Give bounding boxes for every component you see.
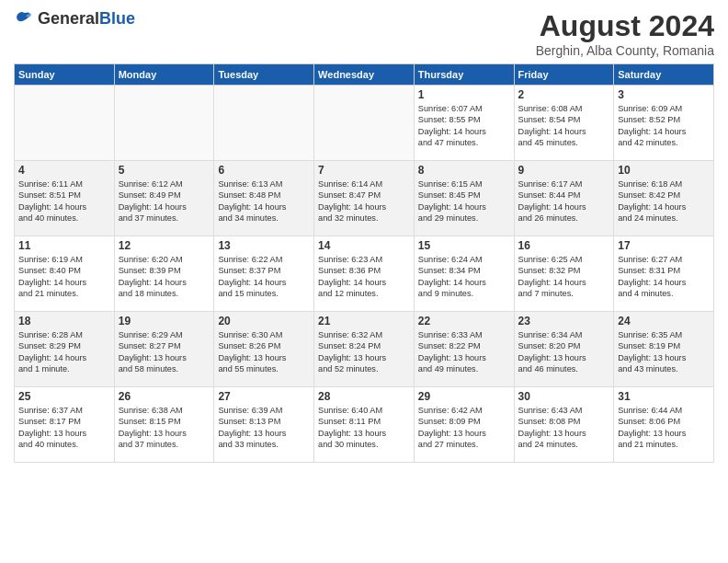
day-number: 30 [518, 390, 610, 403]
calendar-cell: 25Sunrise: 6:37 AMSunset: 8:17 PMDayligh… [15, 387, 115, 463]
calendar-cell: 28Sunrise: 6:40 AMSunset: 8:11 PMDayligh… [314, 387, 415, 463]
day-info: Sunrise: 6:29 AMSunset: 8:27 PMDaylight:… [119, 329, 210, 375]
calendar-cell: 9Sunrise: 6:17 AMSunset: 8:44 PMDaylight… [514, 161, 614, 236]
day-info: Sunrise: 6:27 AMSunset: 8:31 PMDaylight:… [618, 254, 710, 300]
col-header-friday: Friday [514, 64, 614, 86]
day-number: 7 [318, 164, 410, 177]
calendar-cell [15, 86, 115, 161]
day-number: 10 [618, 164, 710, 177]
calendar-cell: 15Sunrise: 6:24 AMSunset: 8:34 PMDayligh… [414, 236, 514, 312]
day-info: Sunrise: 6:14 AMSunset: 8:47 PMDaylight:… [318, 178, 410, 224]
col-header-monday: Monday [114, 64, 214, 86]
calendar-cell: 14Sunrise: 6:23 AMSunset: 8:36 PMDayligh… [314, 236, 415, 312]
logo-text: General Blue [38, 10, 135, 29]
day-info: Sunrise: 6:38 AMSunset: 8:15 PMDaylight:… [119, 405, 210, 451]
day-info: Sunrise: 6:08 AMSunset: 8:54 PMDaylight:… [518, 103, 610, 149]
day-info: Sunrise: 6:32 AMSunset: 8:24 PMDaylight:… [318, 329, 410, 375]
calendar-cell: 17Sunrise: 6:27 AMSunset: 8:31 PMDayligh… [614, 236, 714, 312]
day-info: Sunrise: 6:39 AMSunset: 8:13 PMDaylight:… [218, 405, 310, 451]
day-info: Sunrise: 6:25 AMSunset: 8:32 PMDaylight:… [518, 254, 610, 300]
day-number: 28 [318, 390, 410, 403]
day-number: 1 [418, 88, 510, 101]
day-info: Sunrise: 6:40 AMSunset: 8:11 PMDaylight:… [318, 405, 410, 451]
calendar-cell: 24Sunrise: 6:35 AMSunset: 8:19 PMDayligh… [614, 312, 714, 387]
week-row-4: 18Sunrise: 6:28 AMSunset: 8:29 PMDayligh… [15, 312, 714, 387]
calendar-cell: 5Sunrise: 6:12 AMSunset: 8:49 PMDaylight… [114, 161, 214, 236]
day-number: 17 [618, 239, 710, 252]
day-info: Sunrise: 6:12 AMSunset: 8:49 PMDaylight:… [119, 178, 210, 224]
day-info: Sunrise: 6:44 AMSunset: 8:06 PMDaylight:… [618, 405, 710, 451]
day-info: Sunrise: 6:13 AMSunset: 8:48 PMDaylight:… [218, 178, 310, 224]
day-info: Sunrise: 6:18 AMSunset: 8:42 PMDaylight:… [618, 178, 710, 224]
day-number: 6 [218, 164, 310, 177]
day-number: 4 [18, 164, 110, 177]
calendar-cell: 22Sunrise: 6:33 AMSunset: 8:22 PMDayligh… [414, 312, 514, 387]
day-info: Sunrise: 6:11 AMSunset: 8:51 PMDaylight:… [18, 178, 110, 224]
calendar-cell: 3Sunrise: 6:09 AMSunset: 8:52 PMDaylight… [614, 86, 714, 161]
day-info: Sunrise: 6:22 AMSunset: 8:37 PMDaylight:… [218, 254, 310, 300]
calendar-cell: 31Sunrise: 6:44 AMSunset: 8:06 PMDayligh… [614, 387, 714, 463]
col-header-wednesday: Wednesday [314, 64, 415, 86]
week-row-5: 25Sunrise: 6:37 AMSunset: 8:17 PMDayligh… [15, 387, 714, 463]
day-number: 12 [119, 239, 210, 252]
calendar-cell: 19Sunrise: 6:29 AMSunset: 8:27 PMDayligh… [114, 312, 214, 387]
week-row-2: 4Sunrise: 6:11 AMSunset: 8:51 PMDaylight… [15, 161, 714, 236]
col-header-saturday: Saturday [614, 64, 714, 86]
day-info: Sunrise: 6:42 AMSunset: 8:09 PMDaylight:… [418, 405, 510, 451]
day-info: Sunrise: 6:37 AMSunset: 8:17 PMDaylight:… [18, 405, 110, 451]
calendar-cell: 18Sunrise: 6:28 AMSunset: 8:29 PMDayligh… [15, 312, 115, 387]
day-info: Sunrise: 6:09 AMSunset: 8:52 PMDaylight:… [618, 103, 710, 149]
day-number: 9 [518, 164, 610, 177]
logo-bird-icon [14, 9, 34, 29]
logo-blue: Blue [99, 10, 135, 29]
day-number: 16 [518, 239, 610, 252]
logo-general: General [38, 10, 99, 29]
calendar-cell: 30Sunrise: 6:43 AMSunset: 8:08 PMDayligh… [514, 387, 614, 463]
day-number: 18 [18, 315, 110, 327]
calendar-cell: 20Sunrise: 6:30 AMSunset: 8:26 PMDayligh… [214, 312, 314, 387]
calendar-cell [314, 86, 415, 161]
day-number: 29 [418, 390, 510, 403]
day-number: 15 [418, 239, 510, 252]
day-number: 24 [618, 315, 710, 327]
day-number: 23 [518, 315, 610, 327]
day-info: Sunrise: 6:17 AMSunset: 8:44 PMDaylight:… [518, 178, 610, 224]
day-number: 26 [119, 390, 210, 403]
day-info: Sunrise: 6:43 AMSunset: 8:08 PMDaylight:… [518, 405, 610, 451]
day-info: Sunrise: 6:07 AMSunset: 8:55 PMDaylight:… [418, 103, 510, 149]
day-info: Sunrise: 6:24 AMSunset: 8:34 PMDaylight:… [418, 254, 510, 300]
calendar-cell: 8Sunrise: 6:15 AMSunset: 8:45 PMDaylight… [414, 161, 514, 236]
logo: General Blue [14, 9, 135, 29]
calendar-cell: 6Sunrise: 6:13 AMSunset: 8:48 PMDaylight… [214, 161, 314, 236]
day-number: 21 [318, 315, 410, 327]
day-number: 31 [618, 390, 710, 403]
location: Berghin, Alba County, Romania [536, 43, 714, 58]
header: General Blue August 2024 Berghin, Alba C… [14, 9, 714, 58]
day-info: Sunrise: 6:35 AMSunset: 8:19 PMDaylight:… [618, 329, 710, 375]
calendar-cell: 11Sunrise: 6:19 AMSunset: 8:40 PMDayligh… [15, 236, 115, 312]
day-number: 13 [218, 239, 310, 252]
day-number: 8 [418, 164, 510, 177]
calendar-cell: 16Sunrise: 6:25 AMSunset: 8:32 PMDayligh… [514, 236, 614, 312]
day-info: Sunrise: 6:19 AMSunset: 8:40 PMDaylight:… [18, 254, 110, 300]
col-header-thursday: Thursday [414, 64, 514, 86]
title-block: August 2024 Berghin, Alba County, Romani… [536, 9, 714, 58]
day-number: 11 [18, 239, 110, 252]
day-number: 19 [119, 315, 210, 327]
day-number: 27 [218, 390, 310, 403]
day-info: Sunrise: 6:34 AMSunset: 8:20 PMDaylight:… [518, 329, 610, 375]
day-number: 20 [218, 315, 310, 327]
calendar-cell: 4Sunrise: 6:11 AMSunset: 8:51 PMDaylight… [15, 161, 115, 236]
calendar-cell: 27Sunrise: 6:39 AMSunset: 8:13 PMDayligh… [214, 387, 314, 463]
calendar-cell: 2Sunrise: 6:08 AMSunset: 8:54 PMDaylight… [514, 86, 614, 161]
day-info: Sunrise: 6:33 AMSunset: 8:22 PMDaylight:… [418, 329, 510, 375]
calendar-cell: 7Sunrise: 6:14 AMSunset: 8:47 PMDaylight… [314, 161, 415, 236]
calendar-cell: 13Sunrise: 6:22 AMSunset: 8:37 PMDayligh… [214, 236, 314, 312]
calendar-cell: 26Sunrise: 6:38 AMSunset: 8:15 PMDayligh… [114, 387, 214, 463]
day-number: 5 [119, 164, 210, 177]
calendar-cell: 12Sunrise: 6:20 AMSunset: 8:39 PMDayligh… [114, 236, 214, 312]
calendar-cell: 1Sunrise: 6:07 AMSunset: 8:55 PMDaylight… [414, 86, 514, 161]
calendar-table: SundayMondayTuesdayWednesdayThursdayFrid… [14, 63, 714, 463]
day-number: 22 [418, 315, 510, 327]
day-number: 2 [518, 88, 610, 101]
